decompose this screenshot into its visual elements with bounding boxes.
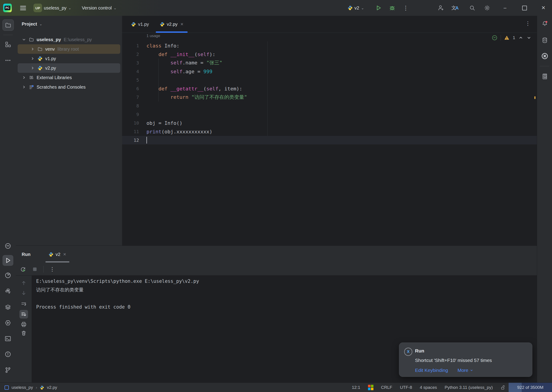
project-tool-button[interactable] [2,20,14,31]
close-tab-icon[interactable]: ✕ [180,22,183,27]
edit-keybinding-link[interactable]: Edit Keybinding [415,368,448,373]
tree-item-useless-py[interactable]: useless_py E:\useless_py [18,35,120,44]
interpreter-widget[interactable]: Python 3.11 (useless_py) [445,385,493,390]
breadcrumb[interactable]: useless_py › v2.py [5,385,57,390]
next-problem-chevron-icon[interactable] [526,35,531,40]
pycharm-logo-icon: PC [3,0,12,16]
tab-v1-py[interactable]: v1.py [126,16,154,33]
run-button[interactable] [373,2,384,13]
scroll-to-end-icon [21,311,27,317]
scroll-to-end-button[interactable] [20,310,28,319]
python-console-tool-button[interactable] [2,286,13,297]
code-line-5[interactable]: 5 [122,76,537,84]
version-control-tool-button[interactable] [2,365,13,376]
translate-a-glyph: A [455,5,459,11]
code-line-7[interactable]: 7 return "访问了不存在的类变量" [122,93,537,102]
run-panel-title: Run [22,252,30,257]
code-line-9[interactable]: 9 [122,110,537,119]
indent-widget[interactable]: 4 spaces [420,385,437,390]
main-menu-button[interactable] [18,0,28,16]
shortcut-notification-popup[interactable]: X Run Shortcut 'Shift+F10' missed 57 tim… [399,343,532,377]
coverage-tool-button[interactable] [2,270,13,281]
tree-item-external-libraries[interactable]: External Libraries [18,73,120,82]
code-line-4[interactable]: 4 self.age = 999 [122,67,537,76]
breadcrumb-file[interactable]: v2.py [47,385,57,390]
minimize-button[interactable]: – [498,0,512,16]
project-panel-header[interactable]: Project ⌄ [16,16,122,32]
chevron-collapsed-icon[interactable] [30,47,35,51]
scroll-up-button[interactable] [20,279,28,287]
code-line-12[interactable]: 12 [122,136,537,144]
project-widget[interactable]: UP useless_py ⌄ [34,0,71,16]
scroll-down-button[interactable] [20,289,28,297]
keypromoter-x-icon: X [404,348,412,356]
database-button[interactable] [539,35,550,46]
code-line-3[interactable]: 3 self.name = "张三" [122,59,537,67]
chevron-collapsed-icon[interactable] [30,66,35,70]
print-button[interactable] [20,320,28,329]
settings-button[interactable] [482,2,493,13]
tree-item-venv[interactable]: venv library root [18,44,120,54]
commit-wave-tool-button[interactable] [2,241,13,251]
encoding-widget[interactable]: UTF-8 [400,385,412,390]
stop-button[interactable] [32,266,37,272]
run-tab-v2[interactable]: v2 ✕ [45,246,70,263]
code-with-me-button[interactable] [435,2,446,13]
clear-console-button[interactable] [20,329,28,337]
tree-item-scratches[interactable]: Scratches and Consoles [18,82,120,92]
tree-item-v2-py[interactable]: v2.py [18,63,120,73]
more-actions-button[interactable]: ⋮ [400,2,411,13]
run-configuration-selector[interactable]: v2 ⌄ [348,0,364,16]
maximize-button[interactable] [517,0,532,16]
keypromoter-button[interactable] [539,51,550,62]
tree-item-v1-py[interactable]: v1.py [18,54,120,63]
soft-wrap-button[interactable] [20,300,28,308]
code-line-2[interactable]: 2 def __init__(self): [122,50,537,59]
close-button[interactable]: ✕ [536,0,551,16]
python-file-icon [37,56,42,61]
code-line-6[interactable]: 6 def __getattr__(self, item): [122,84,537,93]
run-more-options-button[interactable]: ⋮ [49,266,55,273]
unlocked-icon[interactable] [500,385,505,390]
more-tool-windows-button[interactable] [2,55,13,66]
profiler-tool-button[interactable] [2,317,13,328]
line-separator-widget[interactable]: CRLF [381,385,392,390]
code-line-11[interactable]: 11print(obj.xxxxxxxxxxx) [122,127,537,136]
debug-button[interactable] [387,2,398,13]
terminal-tool-button[interactable] [2,333,13,344]
breadcrumb-project[interactable]: useless_py [12,385,33,390]
chevron-expanded-icon[interactable] [22,37,26,42]
chevron-collapsed-icon[interactable] [22,85,26,89]
prev-problem-chevron-icon[interactable] [518,35,523,40]
chevron-collapsed-icon[interactable] [30,56,35,61]
chevron-collapsed-icon[interactable] [22,75,26,80]
version-control-widget[interactable]: Version control ⌄ [82,0,117,16]
caret-position[interactable]: 12:1 [352,385,360,390]
code-line-8[interactable]: 8 [122,102,537,110]
usage-hint[interactable]: 1 usage [147,34,160,38]
rerun-button[interactable] [20,266,26,273]
search-everywhere-button[interactable] [467,2,478,13]
problems-tool-button[interactable] [2,349,13,360]
services-tool-button[interactable] [2,301,13,312]
bug-icon [389,5,395,11]
tab-list-more-button[interactable]: ⋮ [525,20,531,27]
run-tab-label: v2 [56,252,60,257]
windows-logo-icon[interactable] [368,385,373,390]
code-line-1[interactable]: 1class Info: [122,41,537,50]
code-line-10[interactable]: 10obj = Info() [122,119,537,127]
inspection-widget[interactable]: 1 [492,34,531,42]
close-tab-icon[interactable]: ✕ [63,252,66,257]
translate-button[interactable]: 文 A [450,2,461,13]
tab-v2-py[interactable]: v2.py ✕ [154,16,189,33]
structure-tool-button[interactable] [2,39,13,50]
documentation-button[interactable] [539,71,550,82]
code-editor[interactable]: 1class Info:2 def __init__(self):3 self.… [122,41,537,144]
more-link[interactable]: More [458,368,473,373]
printer-icon [21,322,27,327]
bell-icon [542,21,548,27]
memory-indicator[interactable]: 922 of 3500M [509,383,552,392]
tree-item-label: v1.py [45,56,56,61]
notifications-button[interactable] [539,18,550,29]
run-tool-button[interactable] [2,255,13,266]
